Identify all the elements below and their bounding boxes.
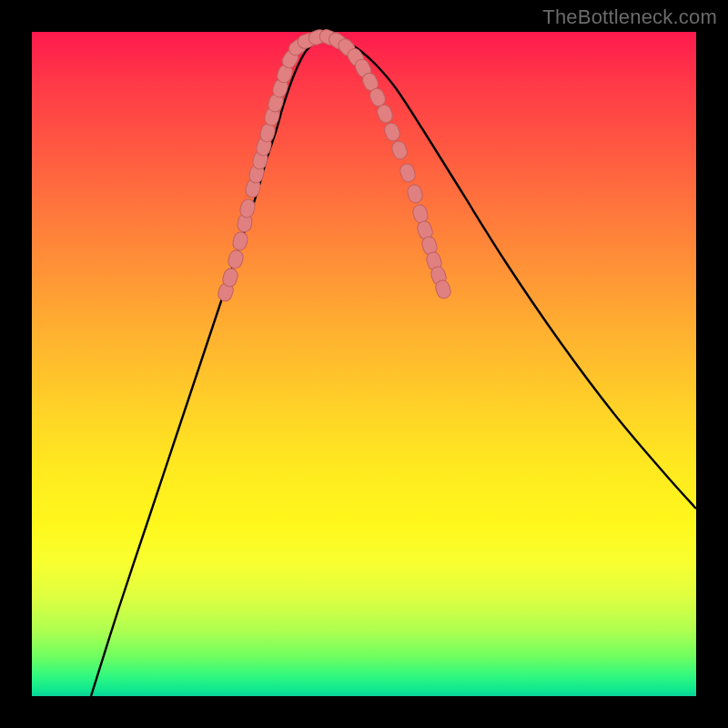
plot-area bbox=[32, 32, 696, 696]
data-bead bbox=[406, 183, 424, 204]
watermark-text: TheBottleneck.com bbox=[542, 5, 717, 29]
outer-frame: TheBottleneck.com bbox=[0, 0, 728, 728]
data-bead bbox=[382, 121, 401, 143]
beads-right-group bbox=[318, 27, 452, 300]
data-bead bbox=[231, 230, 248, 251]
data-bead bbox=[227, 248, 244, 269]
data-bead bbox=[399, 162, 418, 184]
data-bead bbox=[390, 139, 410, 161]
beads-left-group bbox=[217, 28, 329, 303]
curve-svg bbox=[32, 32, 696, 696]
